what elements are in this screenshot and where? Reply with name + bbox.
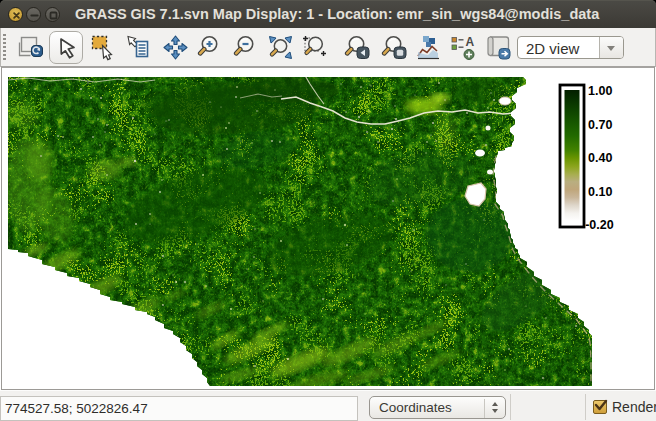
- svg-text:-0.20: -0.20: [585, 218, 614, 232]
- svg-text:1.00: 1.00: [588, 84, 612, 98]
- svg-text:0.70: 0.70: [588, 118, 612, 132]
- svg-text:A: A: [466, 35, 475, 49]
- svg-text:0.10: 0.10: [588, 185, 612, 199]
- svg-text:0.40: 0.40: [588, 151, 612, 165]
